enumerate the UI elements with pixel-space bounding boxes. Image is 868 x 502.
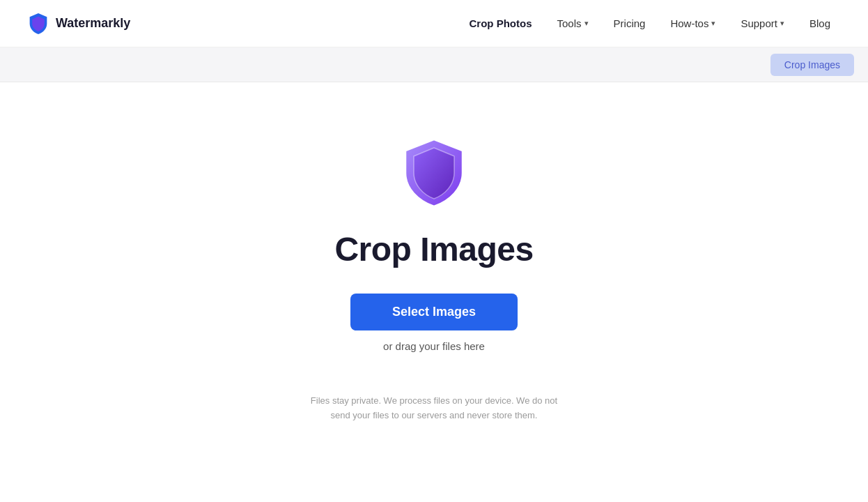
nav-item-blog[interactable]: Blog bbox=[800, 13, 840, 33]
privacy-note: Files stay private. We process files on … bbox=[302, 394, 566, 423]
crop-images-header-button[interactable]: Crop Images bbox=[770, 54, 854, 76]
nav-item-how-tos[interactable]: How-tos ▾ bbox=[660, 13, 725, 33]
nav-item-crop-photos[interactable]: Crop Photos bbox=[460, 13, 542, 33]
logo-area: Watermarkly bbox=[28, 13, 130, 34]
shield-container bbox=[403, 138, 465, 211]
page-title: Crop Images bbox=[334, 230, 533, 268]
logo-text: Watermarkly bbox=[56, 16, 130, 31]
drag-text: or drag your files here bbox=[383, 340, 485, 352]
main-content: Crop Images Select Images or drag your f… bbox=[0, 82, 868, 451]
nav-item-pricing[interactable]: Pricing bbox=[604, 13, 656, 33]
logo-shield-icon bbox=[28, 13, 49, 34]
main-shield-icon bbox=[403, 138, 465, 208]
tools-chevron-icon: ▾ bbox=[584, 19, 589, 28]
nav-item-tools[interactable]: Tools ▾ bbox=[548, 13, 598, 33]
subheader: Crop Images bbox=[0, 47, 868, 82]
support-chevron-icon: ▾ bbox=[780, 19, 784, 28]
header: Watermarkly Crop Photos Tools ▾ Pricing … bbox=[0, 0, 868, 47]
how-tos-chevron-icon: ▾ bbox=[711, 19, 715, 28]
select-images-button[interactable]: Select Images bbox=[350, 294, 518, 330]
nav-item-support[interactable]: Support ▾ bbox=[731, 13, 794, 33]
main-nav: Crop Photos Tools ▾ Pricing How-tos ▾ Su… bbox=[460, 13, 840, 33]
